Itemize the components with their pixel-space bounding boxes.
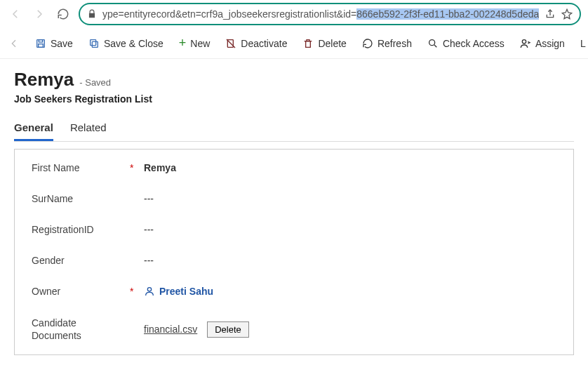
document-link[interactable]: financial.csv [144, 324, 197, 335]
save-close-icon [88, 38, 100, 49]
surname-value[interactable]: --- [144, 193, 556, 204]
overflow-indicator: L [580, 38, 586, 49]
form-panel: First Name* Remya SurName --- Registrati… [14, 149, 574, 355]
document-delete-button[interactable]: Delete [207, 321, 249, 338]
tabs: General Related [14, 117, 574, 142]
assign-label: Assign [535, 38, 565, 49]
svg-rect-3 [91, 39, 96, 45]
search-icon [427, 38, 439, 49]
save-label: Save [51, 38, 73, 49]
plus-icon: + [179, 36, 187, 51]
tab-general[interactable]: General [14, 117, 53, 141]
field-gender: Gender --- [15, 245, 573, 276]
field-surname: SurName --- [15, 183, 573, 214]
lock-icon [87, 9, 97, 19]
deactivate-icon [225, 38, 236, 49]
check-access-button[interactable]: Check Access [427, 38, 505, 49]
browser-navigation-bar: ype=entityrecord&etn=crf9a_jobseekersreg… [0, 0, 588, 28]
delete-label: Delete [318, 38, 346, 49]
save-close-label: Save & Close [104, 38, 163, 49]
field-documents: CandidateDocuments financial.csv Delete [15, 307, 573, 352]
field-regid: RegistrationID --- [15, 214, 573, 245]
gender-value[interactable]: --- [144, 255, 556, 266]
reload-button[interactable] [55, 6, 72, 22]
assign-button[interactable]: Assign [520, 38, 565, 49]
new-label: New [190, 38, 210, 49]
save-button[interactable]: Save [35, 38, 73, 49]
refresh-button[interactable]: Refresh [362, 38, 412, 49]
refresh-label: Refresh [377, 38, 412, 49]
star-icon[interactable] [561, 8, 573, 20]
person-icon [144, 286, 155, 297]
tab-related[interactable]: Related [70, 117, 107, 141]
forward-button[interactable] [31, 6, 48, 22]
trash-icon [302, 38, 314, 49]
regid-value[interactable]: --- [144, 224, 556, 235]
save-status: - Saved [79, 77, 111, 88]
field-owner: Owner* Preeti Sahu [15, 276, 573, 307]
owner-label: Owner* [32, 286, 144, 297]
svg-point-8 [147, 288, 151, 291]
assign-icon [520, 38, 531, 49]
save-and-close-button[interactable]: Save & Close [88, 38, 163, 49]
documents-label: CandidateDocuments [32, 317, 144, 342]
firstname-value[interactable]: Remya [144, 162, 556, 173]
owner-value[interactable]: Preeti Sahu [144, 286, 556, 297]
refresh-icon [362, 38, 373, 49]
field-firstname: First Name* Remya [15, 152, 573, 183]
command-bar: Save Save & Close + New Deactivate Delet… [0, 28, 588, 59]
firstname-label: First Name* [32, 162, 144, 173]
address-bar[interactable]: ype=entityrecord&etn=crf9a_jobseekersreg… [79, 3, 581, 25]
entity-name: Job Seekers Registration List [14, 93, 574, 105]
save-icon [35, 38, 46, 49]
new-button[interactable]: + New [179, 36, 211, 51]
page-content: Remya - Saved Job Seekers Registration L… [0, 59, 588, 355]
svg-rect-1 [39, 39, 42, 41]
documents-value: financial.csv Delete [144, 321, 556, 338]
check-access-label: Check Access [443, 38, 505, 49]
deactivate-label: Deactivate [241, 38, 287, 49]
record-title: Remya [14, 69, 74, 91]
svg-point-7 [522, 39, 526, 43]
svg-rect-2 [39, 44, 44, 47]
share-icon[interactable] [544, 8, 556, 20]
gender-label: Gender [32, 255, 144, 266]
delete-button[interactable]: Delete [302, 38, 346, 49]
regid-label: RegistrationID [32, 224, 144, 235]
url-text: ype=entityrecord&etn=crf9a_jobseekersreg… [102, 8, 539, 20]
deactivate-button[interactable]: Deactivate [225, 38, 287, 49]
svg-point-6 [429, 39, 435, 45]
surname-label: SurName [32, 193, 144, 204]
back-button[interactable] [7, 6, 24, 22]
svg-rect-4 [92, 41, 98, 47]
page-back-button[interactable] [8, 38, 20, 49]
